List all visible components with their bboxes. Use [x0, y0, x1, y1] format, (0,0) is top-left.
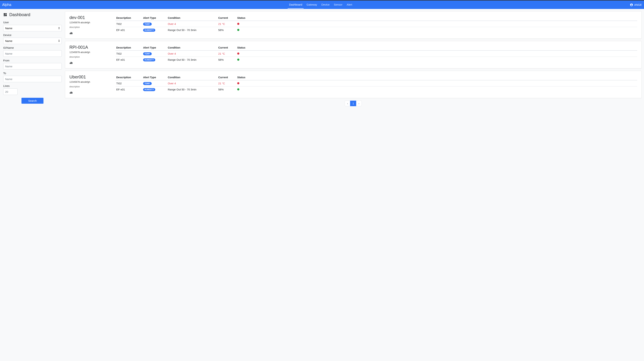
bar-chart-icon[interactable]: [70, 91, 73, 94]
alert-current: 21 °C: [218, 51, 236, 57]
device-card: dev-001 12345678-abcdefgh description De…: [65, 11, 642, 39]
alert-type: Temp.: [142, 80, 167, 87]
device-id: 12345678-abcdefgh: [70, 51, 116, 54]
th-current: Current: [218, 15, 236, 21]
nav-device[interactable]: Device: [320, 1, 331, 9]
th-alert-type: Alert Type: [142, 15, 167, 21]
device-id: 12345678-abcdefgh: [70, 21, 116, 24]
alert-badge: Temp.: [143, 23, 152, 26]
svg-rect-5: [72, 62, 72, 64]
device-desc: description: [70, 56, 116, 58]
svg-rect-8: [72, 92, 72, 94]
alert-condition: Over 4: [167, 80, 218, 87]
th-alert-type: Alert Type: [142, 45, 167, 51]
alert-badge: Humidity: [143, 58, 155, 62]
alert-table: Description Alert Type Condition Current…: [116, 45, 637, 63]
lines-input[interactable]: [3, 89, 18, 95]
th-condition: Condition: [167, 45, 218, 51]
device-desc: description: [70, 85, 116, 88]
alert-table: Description Alert Type Condition Current…: [116, 75, 637, 92]
alert-desc: EF-x01: [116, 87, 142, 93]
page-1[interactable]: 1: [350, 101, 356, 106]
alert-badge: Humidity: [143, 29, 155, 32]
to-input[interactable]: [3, 76, 62, 82]
bar-chart-icon[interactable]: [70, 31, 73, 35]
alert-type: Humidity: [142, 87, 167, 93]
alert-desc: EF-x01: [116, 27, 142, 33]
bar-chart-icon[interactable]: [70, 61, 73, 64]
alert-condition: Over 4: [167, 51, 218, 57]
alert-status: [236, 80, 637, 87]
svg-rect-7: [71, 92, 72, 94]
device-name[interactable]: Uber001: [70, 75, 116, 80]
alert-current: 21 °C: [218, 80, 236, 87]
alert-row: EF-x01 Humidity Range Out 50 - 70 3min 5…: [116, 57, 637, 63]
alert-condition: Range Out 50 - 70 3min: [167, 87, 218, 93]
user-icon: [630, 3, 633, 7]
alert-current: 58%: [218, 87, 236, 93]
th-description: Description: [116, 15, 142, 21]
nav-sensor[interactable]: Sensor: [332, 1, 344, 9]
th-status: Status: [236, 75, 637, 80]
device-name[interactable]: RPI-001A: [70, 45, 116, 50]
alert-desc: EF-x01: [116, 57, 142, 63]
nav-gateway[interactable]: Gateway: [305, 1, 318, 9]
svg-rect-0: [70, 33, 70, 34]
alert-badge: Temp.: [143, 52, 152, 55]
alert-row: EF-x01 Humidity Range Out 50 - 70 3min 5…: [116, 27, 637, 33]
nav-alert[interactable]: Alert: [345, 1, 354, 9]
to-label: To: [3, 72, 62, 75]
device-label: Device: [3, 34, 62, 37]
th-condition: Condition: [167, 75, 218, 80]
navbar: Alpha DashboardGatewayDeviceSensorAlert …: [0, 1, 644, 9]
status-dot-icon: [237, 88, 239, 90]
alert-condition: Range Out 50 - 70 3min: [167, 57, 218, 63]
user-menu[interactable]: ANGE: [630, 3, 642, 7]
device-card: Uber001 12345678-abcdefgh description De…: [65, 71, 642, 98]
alert-type: Temp.: [142, 21, 167, 27]
search-button[interactable]: Search: [22, 98, 44, 104]
alert-desc: TI02: [116, 21, 142, 27]
th-condition: Condition: [167, 15, 218, 21]
alert-badge: Humidity: [143, 88, 155, 91]
device-id: 12345678-abcdefgh: [70, 81, 116, 83]
nav-links: DashboardGatewayDeviceSensorAlert: [287, 1, 354, 9]
from-input[interactable]: [3, 63, 62, 70]
page-prev[interactable]: ‹: [345, 101, 350, 106]
svg-rect-2: [72, 33, 72, 34]
alert-condition: Over 4: [167, 21, 218, 27]
svg-rect-4: [71, 62, 72, 64]
alert-type: Humidity: [142, 27, 167, 33]
alert-badge: Temp.: [143, 82, 152, 85]
idname-input[interactable]: [3, 50, 62, 57]
dashboard-icon: [3, 13, 7, 17]
device-name[interactable]: dev-001: [70, 15, 116, 20]
th-status: Status: [236, 15, 637, 21]
alert-current: 58%: [218, 27, 236, 33]
th-status: Status: [236, 45, 637, 51]
status-dot-icon: [237, 82, 239, 84]
alert-current: 21 °C: [218, 21, 236, 27]
page-next[interactable]: ›: [356, 101, 362, 106]
th-description: Description: [116, 75, 142, 80]
alert-status: [236, 51, 637, 57]
username: ANGE: [634, 3, 642, 6]
lines-label: Lines: [3, 84, 62, 87]
idname-label: ID/Name: [3, 46, 62, 49]
alert-row: TI02 Temp. Over 4 21 °C: [116, 51, 637, 57]
device-select[interactable]: Name: [3, 38, 62, 44]
device-card: RPI-001A 12345678-abcdefgh description D…: [65, 41, 642, 68]
alert-current: 58%: [218, 57, 236, 63]
alert-desc: TI02: [116, 80, 142, 87]
user-select[interactable]: Name: [3, 25, 62, 31]
alert-status: [236, 57, 637, 63]
th-current: Current: [218, 45, 236, 51]
brand[interactable]: Alpha: [2, 3, 11, 7]
alert-type: Humidity: [142, 57, 167, 63]
nav-dashboard[interactable]: Dashboard: [288, 1, 304, 9]
sidebar: Dashboard User Name Device Name ID/Name …: [0, 9, 65, 109]
status-dot-icon: [237, 53, 239, 55]
alert-row: EF-x01 Humidity Range Out 50 - 70 3min 5…: [116, 87, 637, 93]
alert-desc: TI02: [116, 51, 142, 57]
th-description: Description: [116, 45, 142, 51]
